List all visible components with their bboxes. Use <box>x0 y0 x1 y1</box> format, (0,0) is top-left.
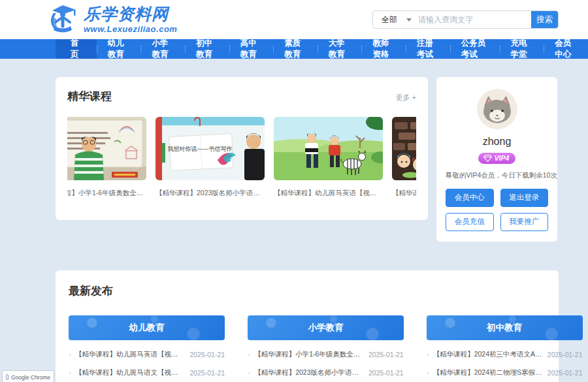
user-profile-panel: zhong VIP4 尊敬的VIP4会员，今日下载剩余10次 会员中心 退出登录… <box>436 77 557 242</box>
nav-item-member-center[interactable]: 会员中心 <box>544 39 588 59</box>
news-date: 2025-01-21 <box>189 369 225 377</box>
news-link[interactable]: 【精华课程】2023版名师小学语文写作… <box>254 368 363 377</box>
nav-item-quality[interactable]: 素质教育 <box>273 39 318 59</box>
nav-item-junior[interactable]: 初中教育 <box>185 39 229 59</box>
nav-item-teacher-cert[interactable]: 教师资格 <box>361 39 406 59</box>
bullet-dot: · <box>69 368 71 377</box>
news-link[interactable]: 【精华课程】小学1-6年级奥数全套课程… <box>254 350 363 359</box>
course-carousel: 【精华课程】小学1-6年级奥数全套课… <box>67 117 416 198</box>
list-item: · 【精华课程】2023版名师小学语文写作… 2025-01-21 <box>248 364 404 382</box>
course-card-title: 【精华课程】2023版名师小学语文写… <box>155 189 265 198</box>
diamond-icon <box>483 155 492 162</box>
course-thumbnail-zebra-english <box>274 117 383 180</box>
nav-item-home[interactable]: 首页 <box>56 39 97 59</box>
course-card-title: 【精华课程】幼儿斑马英语【视频151… <box>274 189 383 198</box>
list-item: · 【精华课程】2024初二物理S寒假班+春… 2025-01-21 <box>427 364 583 382</box>
chrome-download-shelf-item[interactable]: Google Chrome <box>2 370 54 382</box>
course-card[interactable]: 【精华课… <box>392 117 416 198</box>
search-button[interactable]: 搜索 <box>531 11 558 28</box>
bullet-dot: · <box>427 368 429 377</box>
course-card[interactable]: 【精华课程】小学1-6年级奥数全套课… <box>67 117 146 198</box>
featured-courses-panel: 精华课程 更多 + <box>56 77 428 220</box>
news-link[interactable]: 【精华课程】2024初三中考语文A+春季… <box>433 350 542 359</box>
category-column-junior: 初中教育 · 【精华课程】2024初三中考语文A+春季… 2025-01-21 … <box>427 315 583 382</box>
logout-button[interactable]: 退出登录 <box>500 189 549 207</box>
category-column-preschool: 幼儿教育 · 【精华课程】幼儿斑马英语【视频151.2… 2025-01-21 … <box>69 315 225 382</box>
course-card[interactable]: 我想对你说——书信写作 【精华课程】2023版名师小学语文写… <box>155 117 265 198</box>
category-banner-junior[interactable]: 初中教育 <box>427 315 583 340</box>
promote-button[interactable]: 我要推广 <box>500 213 549 231</box>
news-date: 2025-01-21 <box>547 351 583 358</box>
bullet-dot: · <box>69 350 71 359</box>
news-date: 2025-01-21 <box>189 351 225 358</box>
site-logo[interactable]: 乐学资料网 www.Lexueziliao.com <box>47 4 177 35</box>
more-link[interactable]: 更多 + <box>396 93 416 103</box>
news-link[interactable]: 【精华课程】幼儿斑马语文【视频181.7… <box>75 368 184 377</box>
username: zhong <box>446 136 548 148</box>
chevron-down-icon <box>406 18 412 22</box>
list-item: · 【精华课程】小学1-6年级奥数全套课程… 2025-01-21 <box>248 345 404 364</box>
bullet-dot: · <box>427 350 429 359</box>
news-date: 2025-01-21 <box>368 369 404 377</box>
search-input[interactable] <box>418 11 531 28</box>
file-icon <box>6 374 8 380</box>
category-banner-primary[interactable]: 小学教育 <box>248 315 404 340</box>
bullet-dot: · <box>248 368 250 377</box>
list-item: · 【精华课程】幼儿斑马语文【视频181.7… 2025-01-21 <box>69 364 225 382</box>
nav-item-registered-exam[interactable]: 注册考试 <box>406 39 450 59</box>
search-category-select[interactable]: 全部 <box>373 11 418 28</box>
list-item: · 【精华课程】2024初三中考语文A+春季… 2025-01-21 <box>427 345 583 364</box>
bullet-dot: · <box>248 350 250 359</box>
user-avatar <box>477 89 517 129</box>
search-bar: 全部 搜索 <box>372 10 559 29</box>
thumbnail-text: 我想对你说——书信写作 <box>168 146 233 152</box>
news-date: 2025-01-21 <box>368 351 404 358</box>
course-thumbnail-letter-writing: 我想对你说——书信写作 <box>155 117 265 180</box>
news-link[interactable]: 【精华课程】2024初二物理S寒假班+春… <box>433 368 542 377</box>
member-center-button[interactable]: 会员中心 <box>446 189 494 207</box>
course-card-title: 【精华课… <box>392 189 416 198</box>
graduation-cap-icon <box>47 4 78 35</box>
latest-title: 最新发布 <box>69 283 546 298</box>
vip-badge: VIP4 <box>478 153 516 164</box>
news-link[interactable]: 【精华课程】幼儿斑马英语【视频151.2… <box>75 350 184 359</box>
site-header: 乐学资料网 www.Lexueziliao.com 全部 搜索 <box>0 0 588 39</box>
course-thumbnail-cartoon-kids <box>392 117 416 180</box>
main-navbar: 首页 幼儿教育 小学教育 初中教育 高中教育 素质教育 大学教育 教师资格 注册… <box>0 39 588 59</box>
recharge-button[interactable]: 会员充值 <box>446 213 494 231</box>
course-card[interactable]: 【精华课程】幼儿斑马英语【视频151… <box>274 117 383 198</box>
vip-status-text: 尊敬的VIP4会员，今日下载剩余10次 <box>446 171 548 180</box>
list-item: · 【精华课程】幼儿斑马英语【视频151.2… 2025-01-21 <box>69 345 225 364</box>
nav-item-learning-hall[interactable]: 充电学堂 <box>500 39 544 59</box>
site-title: 乐学资料网 <box>84 6 177 22</box>
nav-item-university[interactable]: 大学教育 <box>318 39 362 59</box>
course-thumbnail-classroom <box>67 117 146 180</box>
nav-item-primary[interactable]: 小学教育 <box>140 39 185 59</box>
category-banner-preschool[interactable]: 幼儿教育 <box>69 315 225 340</box>
nav-item-civil-service[interactable]: 公务员考试 <box>450 39 500 59</box>
nav-item-preschool[interactable]: 幼儿教育 <box>97 39 141 59</box>
site-url: www.Lexueziliao.com <box>84 24 177 34</box>
category-column-primary: 小学教育 · 【精华课程】小学1-6年级奥数全套课程… 2025-01-21 ·… <box>248 315 404 382</box>
news-date: 2025-01-21 <box>547 369 583 377</box>
course-card-title: 【精华课程】小学1-6年级奥数全套课… <box>67 189 146 198</box>
latest-releases-panel: 最新发布 幼儿教育 · 【精华课程】幼儿斑马英语【视频151.2… 2025-0… <box>56 270 559 382</box>
featured-title: 精华课程 <box>67 89 112 104</box>
nav-item-senior[interactable]: 高中教育 <box>229 39 274 59</box>
